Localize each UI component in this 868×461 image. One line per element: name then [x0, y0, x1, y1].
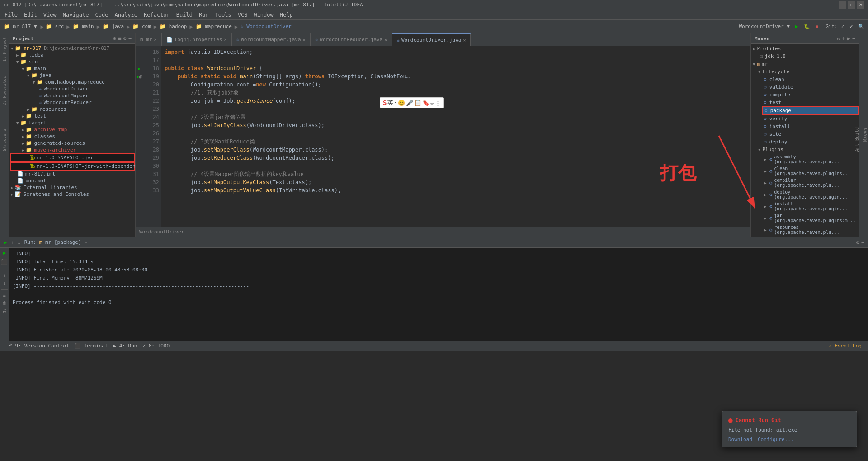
status-run[interactable]: ▶ 4: Run — [110, 343, 140, 349]
tab-mapper[interactable]: ☕ WordcountMapper.java ✕ — [232, 33, 311, 46]
menu-view[interactable]: View — [41, 11, 59, 19]
tree-pom[interactable]: 📄 pom.xml — [9, 177, 135, 184]
tree-root[interactable]: ▼ 📁 mr-817 D:\javaenviorment\mr-817 — [9, 45, 135, 52]
maven-validate[interactable]: ⚙ validate — [762, 83, 859, 91]
tree-jar1[interactable]: 🗜 mr-1.0-SNAPSHOT.jar — [10, 153, 135, 162]
tree-generated-sources[interactable]: ▶ 📁 generated-sources — [9, 140, 135, 147]
status-event-log[interactable]: ⚠ Event Log — [826, 343, 864, 349]
tree-archive-tmp[interactable]: ▶ 📁 archive-tmp — [9, 126, 135, 133]
maven-clean[interactable]: ⚙ clean — [762, 76, 859, 83]
tab-close-mapper[interactable]: ✕ — [303, 37, 306, 42]
breadcrumb-src[interactable]: 📁 src — [46, 24, 64, 29]
maven-deploy[interactable]: ⚙ deploy — [762, 138, 859, 146]
breadcrumb-file[interactable]: ☕ WordcountDriver — [241, 24, 292, 29]
toolbar-project-btn[interactable]: 📁 mr-817 ▼ — [2, 23, 39, 30]
menu-navigate[interactable]: Navigate — [60, 11, 92, 19]
menu-help[interactable]: Help — [277, 11, 296, 19]
tab-close-driver[interactable]: ✕ — [463, 38, 466, 43]
maven-plugin-jar[interactable]: ▶ ⚙ jar (org.apache.maven.plugins:m... — [762, 212, 859, 224]
tab-close-log4j[interactable]: ✕ — [224, 37, 227, 42]
run-restart-btn[interactable]: ▶ — [3, 250, 6, 256]
tree-target[interactable]: ▼ 📁 target — [9, 119, 135, 126]
tree-WordcountDriver[interactable]: ☕ WordcountDriver — [9, 86, 135, 92]
stop-button[interactable]: ◼ — [814, 23, 821, 30]
menu-run[interactable]: Run — [196, 11, 212, 19]
menu-tools[interactable]: Tools — [212, 11, 234, 19]
run-scroll-up-btn[interactable]: ↑ — [10, 239, 14, 246]
status-todo[interactable]: ✓ 6: TODO — [140, 343, 172, 349]
maven-minimize-btn[interactable]: − — [852, 35, 855, 42]
git-update-button[interactable]: ✓ — [840, 23, 846, 30]
tree-test[interactable]: ▶ 📁 test — [9, 113, 135, 119]
structure-toggle[interactable]: Structure — [2, 127, 7, 153]
run-prev-btn[interactable]: ↑ — [3, 273, 5, 278]
breadcrumb-hadoop[interactable]: 📁 hadoop — [160, 24, 187, 29]
tab-mr[interactable]: m mr ✕ — [136, 33, 162, 46]
tree-java[interactable]: ▼ 📁 java — [9, 72, 135, 79]
tree-com[interactable]: ▼ 📁 com.hadoop.mapreduce — [9, 79, 135, 86]
tab-close-reducer[interactable]: ✕ — [384, 37, 387, 42]
run-stop-btn[interactable]: ⬛ — [1, 259, 8, 265]
search-everywhere-button[interactable]: 🔍 — [856, 23, 866, 30]
close-button[interactable]: ✕ — [857, 1, 864, 9]
run-next-btn[interactable]: ↓ — [3, 280, 5, 285]
run-play-btn[interactable]: ▶ — [4, 239, 7, 246]
maximize-button[interactable]: □ — [848, 1, 855, 9]
tree-src[interactable]: ▼ 📁 src — [9, 58, 135, 65]
git-commit-button[interactable]: ✔ — [848, 23, 854, 30]
menu-analyze[interactable]: Analyze — [112, 11, 140, 19]
project-action-collapse[interactable]: ≡ — [118, 35, 121, 42]
maven-plugin-install[interactable]: ▶ ⚙ install (org.apache.maven.plugin... — [762, 200, 859, 212]
maven-plugin-deploy[interactable]: ▶ ⚙ deploy (org.apache.maven.plugin... — [762, 189, 859, 200]
maven-lifecycle[interactable]: ▼ Lifecycle — [756, 68, 859, 76]
menu-vcs[interactable]: VCS — [235, 11, 250, 19]
debug-button[interactable]: 🐛 — [802, 23, 812, 30]
menu-refactor[interactable]: Refactor — [141, 11, 173, 19]
breadcrumb-java[interactable]: 📁 java — [103, 24, 124, 29]
menu-edit[interactable]: Edit — [21, 11, 40, 19]
maven-strip-label[interactable]: Maven — [863, 126, 868, 143]
maven-profiles[interactable]: ▶ Profiles — [751, 45, 859, 52]
git-download-btn[interactable]: Download — [728, 437, 752, 442]
maven-jdk[interactable]: ☑ jdk-1.8 — [756, 52, 859, 60]
breadcrumb-main[interactable]: 📁 main — [73, 24, 94, 29]
ant-strip-label[interactable]: Ant Build — [854, 125, 859, 153]
run-settings-btn[interactable]: ⚙ — [856, 239, 859, 246]
menu-build[interactable]: Build — [174, 11, 195, 19]
project-action-minimize[interactable]: − — [128, 35, 132, 42]
run-config-btn[interactable]: WordcountDriver ▼ — [737, 23, 792, 30]
status-terminal[interactable]: ⬛ Terminal — [72, 343, 111, 349]
tab-close-mr[interactable]: ✕ — [154, 37, 157, 42]
tab-log4j[interactable]: 📄 log4j.properties ✕ — [162, 33, 232, 46]
tree-maven-archiver[interactable]: ▶ 📁 maven-archiver — [9, 147, 135, 153]
tree-scratches[interactable]: ▶ 📝 Scratches and Consoles — [9, 191, 135, 198]
tree-WordcountReducer[interactable]: ☕ WordcountReducer — [9, 99, 135, 106]
project-action-locate[interactable]: ⊕ — [113, 35, 116, 42]
tree-classes[interactable]: ▶ 📁 classes — [9, 133, 135, 140]
maven-compile[interactable]: ⚙ compile — [762, 91, 859, 99]
maven-package[interactable]: ⚙ package — [762, 106, 859, 115]
project-panel-toggle[interactable]: 1: Project — [2, 35, 7, 63]
maven-run-btn[interactable]: ▶ — [847, 35, 850, 42]
maven-plugin-assembly[interactable]: ▶ ⚙ assembly (org.apache.maven.plu... — [762, 153, 859, 165]
run-minimize-btn[interactable]: − — [861, 239, 864, 246]
project-action-settings[interactable]: ⚙ — [123, 35, 127, 42]
breadcrumb-mapreduce[interactable]: 📁 mapreduce — [196, 24, 232, 29]
maven-install[interactable]: ⚙ install — [762, 123, 859, 130]
tab-driver[interactable]: ☕ WordcountDriver.java ✕ — [392, 33, 471, 46]
git-configure-btn[interactable]: Configure... — [758, 437, 793, 442]
run-close-tab[interactable]: ✕ — [85, 240, 88, 245]
breadcrumb-com[interactable]: 📁 com — [132, 24, 151, 29]
status-version-control[interactable]: ⎇ 9: Version Control — [4, 343, 72, 349]
tree-WordcountMapper[interactable]: ☕ WordcountMapper — [9, 92, 135, 99]
menu-file[interactable]: File — [2, 11, 20, 19]
maven-project[interactable]: ▼ m mr — [751, 60, 859, 68]
minimize-button[interactable]: ─ — [839, 1, 846, 9]
run-button[interactable]: ▶ — [793, 23, 800, 30]
maven-plugin-clean[interactable]: ▶ ⚙ clean (org.apache.maven.plugins... — [762, 165, 859, 177]
run-print-btn[interactable]: 🖨 — [2, 309, 7, 314]
maven-verify[interactable]: ⚙ verify — [762, 115, 859, 123]
maven-test[interactable]: ⚙ test — [762, 99, 859, 106]
code-area[interactable]: import java.io.IOException; public class… — [161, 46, 750, 227]
editor-content[interactable]: ▶ ▶@ 16 — [136, 46, 750, 227]
